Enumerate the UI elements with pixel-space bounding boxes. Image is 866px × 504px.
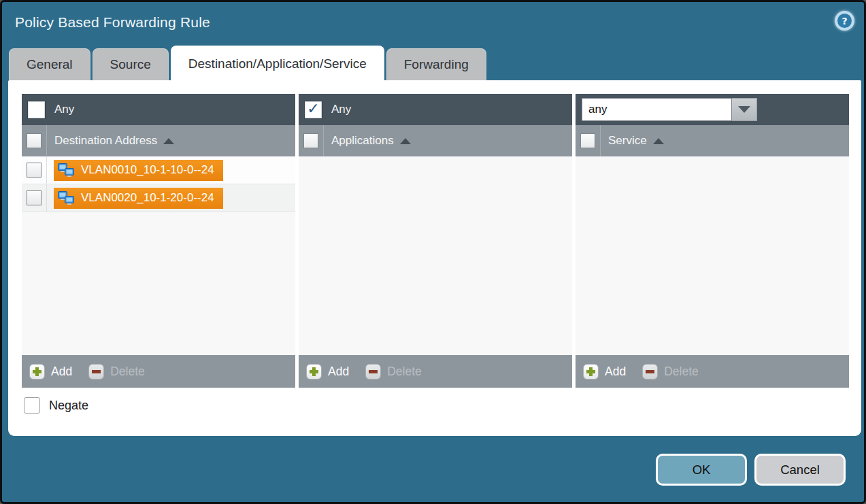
service-column: any Service [576, 94, 849, 388]
chevron-down-icon [738, 106, 750, 113]
applications-any-label: Any [331, 103, 351, 116]
applications-select-all-checkbox[interactable] [303, 133, 318, 148]
service-type-value[interactable]: any [582, 98, 732, 121]
applications-list [299, 156, 572, 355]
service-select-all-checkbox[interactable] [580, 133, 595, 148]
dialog-footer-buttons: OK Cancel [656, 454, 846, 486]
delete-icon [88, 364, 104, 380]
delete-icon [642, 364, 658, 380]
add-icon [29, 364, 45, 380]
tab-bar: General Source Destination/Application/S… [9, 46, 486, 80]
sort-ascending-icon [400, 138, 411, 144]
service-selector-bar: any [576, 94, 849, 125]
network-address-icon [57, 190, 76, 206]
applications-delete-button[interactable]: Delete [365, 364, 422, 380]
delete-icon [365, 364, 381, 380]
destination-any-checkbox[interactable] [28, 101, 45, 118]
address-object-chip: VLAN0010_10-1-10-0--24 [54, 160, 223, 181]
cancel-button[interactable]: Cancel [754, 454, 846, 486]
service-type-dropdown-button[interactable] [732, 98, 757, 121]
destination-address-row[interactable]: VLAN0020_10-1-20-0--24 [22, 184, 295, 212]
dialog-title: Policy Based Forwarding Rule [15, 14, 210, 31]
destination-address-list: VLAN0010_10-1-10-0--24 [22, 156, 295, 355]
address-object-label: VLAN0010_10-1-10-0--24 [81, 163, 214, 177]
add-icon [583, 364, 599, 380]
help-icon[interactable]: ? [835, 11, 854, 31]
tab-content-panel: Any Destination Address [8, 80, 861, 436]
service-actions-bar: Add Delete [576, 355, 849, 388]
destination-any-label: Any [54, 103, 74, 116]
applications-add-button[interactable]: Add [306, 364, 349, 380]
applications-column-header: Applications [299, 125, 572, 156]
tab-general[interactable]: General [9, 48, 90, 80]
tab-source[interactable]: Source [93, 48, 169, 80]
network-address-icon [57, 163, 76, 178]
address-object-chip: VLAN0020_10-1-20-0--24 [54, 188, 223, 209]
destination-address-column: Any Destination Address [22, 94, 295, 388]
negate-checkbox[interactable] [24, 397, 40, 414]
applications-any-bar: Any [299, 94, 572, 125]
add-icon [306, 364, 322, 380]
service-sort-header[interactable]: Service [601, 134, 664, 148]
destination-column-header: Destination Address [22, 125, 295, 156]
row-checkbox[interactable] [27, 190, 41, 205]
sort-ascending-icon [653, 138, 664, 144]
pbf-rule-dialog: Policy Based Forwarding Rule ? General S… [0, 0, 866, 504]
applications-sort-header[interactable]: Applications [324, 134, 411, 148]
ok-button[interactable]: OK [656, 454, 747, 486]
applications-any-checkbox[interactable] [305, 101, 322, 118]
applications-actions-bar: Add Delete [299, 355, 572, 388]
service-list [576, 156, 849, 355]
service-delete-button[interactable]: Delete [642, 364, 699, 380]
destination-actions-bar: Add Delete [22, 355, 295, 388]
destination-add-button[interactable]: Add [29, 364, 72, 380]
row-checkbox[interactable] [27, 163, 41, 178]
tab-forwarding[interactable]: Forwarding [386, 48, 486, 80]
negate-label: Negate [49, 399, 88, 413]
address-object-label: VLAN0020_10-1-20-0--24 [81, 191, 214, 205]
destination-address-row[interactable]: VLAN0010_10-1-10-0--24 [22, 156, 295, 184]
negate-option: Negate [24, 397, 88, 414]
tab-destination-application-service[interactable]: Destination/Application/Service [171, 46, 384, 80]
destination-sort-header[interactable]: Destination Address [47, 134, 174, 148]
service-type-dropdown: any [582, 98, 757, 121]
applications-column: Any Applications [299, 94, 572, 388]
service-add-button[interactable]: Add [583, 364, 626, 380]
service-column-header: Service [576, 125, 849, 156]
destination-any-bar: Any [22, 94, 295, 125]
destination-delete-button[interactable]: Delete [88, 364, 145, 380]
sort-ascending-icon [163, 138, 174, 144]
destination-select-all-checkbox[interactable] [27, 133, 41, 148]
